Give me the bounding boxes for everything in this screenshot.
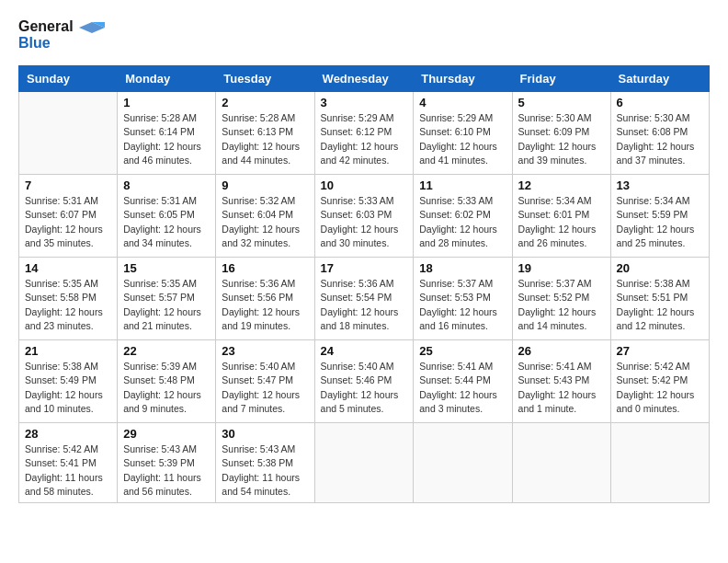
day-info: Sunrise: 5:41 AMSunset: 5:43 PMDaylight:… [518, 360, 605, 416]
day-info: Sunrise: 5:37 AMSunset: 5:52 PMDaylight:… [518, 277, 605, 333]
week-row-3: 14Sunrise: 5:35 AMSunset: 5:58 PMDayligh… [19, 258, 710, 340]
week-row-5: 28Sunrise: 5:42 AMSunset: 5:41 PMDayligh… [19, 423, 710, 503]
day-number: 22 [123, 344, 210, 358]
day-number: 24 [321, 344, 408, 358]
day-number: 15 [123, 261, 210, 275]
day-cell [19, 92, 118, 175]
day-cell: 24Sunrise: 5:40 AMSunset: 5:46 PMDayligh… [314, 340, 414, 423]
week-row-2: 7Sunrise: 5:31 AMSunset: 6:07 PMDaylight… [19, 175, 710, 258]
logo-blue: Blue [18, 35, 51, 51]
week-row-4: 21Sunrise: 5:38 AMSunset: 5:49 PMDayligh… [19, 340, 710, 423]
day-info: Sunrise: 5:36 AMSunset: 5:54 PMDaylight:… [321, 277, 408, 333]
header-thursday: Thursday [414, 66, 512, 92]
day-info: Sunrise: 5:40 AMSunset: 5:46 PMDaylight:… [321, 360, 408, 416]
day-cell: 12Sunrise: 5:34 AMSunset: 6:01 PMDayligh… [512, 175, 610, 258]
day-info: Sunrise: 5:29 AMSunset: 6:10 PMDaylight:… [419, 111, 506, 167]
day-info: Sunrise: 5:40 AMSunset: 5:47 PMDaylight:… [222, 360, 308, 416]
day-cell: 29Sunrise: 5:43 AMSunset: 5:39 PMDayligh… [118, 423, 216, 503]
day-number: 19 [518, 261, 605, 275]
day-info: Sunrise: 5:35 AMSunset: 5:58 PMDaylight:… [25, 277, 111, 333]
day-number: 13 [617, 178, 703, 192]
day-number: 6 [617, 96, 703, 109]
day-info: Sunrise: 5:38 AMSunset: 5:49 PMDaylight:… [25, 360, 111, 416]
day-info: Sunrise: 5:43 AMSunset: 5:38 PMDaylight:… [222, 442, 308, 499]
day-cell: 27Sunrise: 5:42 AMSunset: 5:42 PMDayligh… [610, 340, 709, 423]
day-info: Sunrise: 5:35 AMSunset: 5:57 PMDaylight:… [123, 277, 210, 333]
day-number: 2 [222, 96, 308, 109]
day-cell: 17Sunrise: 5:36 AMSunset: 5:54 PMDayligh… [314, 258, 414, 340]
day-number: 16 [222, 261, 308, 275]
day-cell: 13Sunrise: 5:34 AMSunset: 5:59 PMDayligh… [610, 175, 709, 258]
day-info: Sunrise: 5:42 AMSunset: 5:42 PMDaylight:… [617, 360, 703, 416]
day-cell [512, 423, 610, 503]
day-cell: 14Sunrise: 5:35 AMSunset: 5:58 PMDayligh… [19, 258, 118, 340]
day-cell: 15Sunrise: 5:35 AMSunset: 5:57 PMDayligh… [118, 258, 216, 340]
day-cell: 28Sunrise: 5:42 AMSunset: 5:41 PMDayligh… [19, 423, 118, 503]
day-cell: 8Sunrise: 5:31 AMSunset: 6:05 PMDaylight… [118, 175, 216, 258]
day-cell: 20Sunrise: 5:38 AMSunset: 5:51 PMDayligh… [610, 258, 709, 340]
day-info: Sunrise: 5:41 AMSunset: 5:44 PMDaylight:… [419, 360, 506, 416]
header-friday: Friday [512, 66, 610, 92]
header-sunday: Sunday [19, 66, 118, 92]
calendar-header-row: SundayMondayTuesdayWednesdayThursdayFrid… [19, 66, 710, 92]
header-saturday: Saturday [610, 66, 709, 92]
day-number: 29 [123, 427, 210, 441]
day-number: 26 [518, 344, 605, 358]
day-number: 4 [419, 96, 506, 109]
day-cell: 6Sunrise: 5:30 AMSunset: 6:08 PMDaylight… [610, 92, 709, 175]
logo: General Blue [18, 18, 105, 51]
day-info: Sunrise: 5:34 AMSunset: 5:59 PMDaylight:… [617, 194, 703, 250]
day-number: 7 [25, 178, 111, 192]
day-number: 20 [617, 261, 703, 275]
day-info: Sunrise: 5:31 AMSunset: 6:05 PMDaylight:… [123, 194, 210, 250]
logo-general: General [18, 18, 74, 34]
day-cell: 4Sunrise: 5:29 AMSunset: 6:10 PMDaylight… [414, 92, 512, 175]
day-info: Sunrise: 5:38 AMSunset: 5:51 PMDaylight:… [617, 277, 703, 333]
day-cell [610, 423, 709, 503]
day-number: 12 [518, 178, 605, 192]
day-cell: 2Sunrise: 5:28 AMSunset: 6:13 PMDaylight… [216, 92, 314, 175]
day-info: Sunrise: 5:43 AMSunset: 5:39 PMDaylight:… [123, 442, 210, 499]
day-info: Sunrise: 5:28 AMSunset: 6:14 PMDaylight:… [123, 111, 210, 167]
header-monday: Monday [118, 66, 216, 92]
header-tuesday: Tuesday [216, 66, 314, 92]
day-number: 18 [419, 261, 506, 275]
day-cell: 16Sunrise: 5:36 AMSunset: 5:56 PMDayligh… [216, 258, 314, 340]
day-info: Sunrise: 5:32 AMSunset: 6:04 PMDaylight:… [222, 194, 308, 250]
header: General Blue [18, 18, 710, 51]
day-info: Sunrise: 5:33 AMSunset: 6:03 PMDaylight:… [321, 194, 408, 250]
day-number: 21 [25, 344, 111, 358]
day-info: Sunrise: 5:28 AMSunset: 6:13 PMDaylight:… [222, 111, 308, 167]
day-info: Sunrise: 5:34 AMSunset: 6:01 PMDaylight:… [518, 194, 605, 250]
day-info: Sunrise: 5:30 AMSunset: 6:08 PMDaylight:… [617, 111, 703, 167]
calendar: SundayMondayTuesdayWednesdayThursdayFrid… [18, 65, 710, 503]
day-number: 23 [222, 344, 308, 358]
day-number: 28 [25, 427, 111, 441]
day-cell: 21Sunrise: 5:38 AMSunset: 5:49 PMDayligh… [19, 340, 118, 423]
day-info: Sunrise: 5:37 AMSunset: 5:53 PMDaylight:… [419, 277, 506, 333]
day-number: 5 [518, 96, 605, 109]
day-info: Sunrise: 5:33 AMSunset: 6:02 PMDaylight:… [419, 194, 506, 250]
day-cell: 11Sunrise: 5:33 AMSunset: 6:02 PMDayligh… [414, 175, 512, 258]
day-cell: 22Sunrise: 5:39 AMSunset: 5:48 PMDayligh… [118, 340, 216, 423]
header-wednesday: Wednesday [314, 66, 414, 92]
week-row-1: 1Sunrise: 5:28 AMSunset: 6:14 PMDaylight… [19, 92, 710, 175]
day-number: 14 [25, 261, 111, 275]
day-number: 25 [419, 344, 506, 358]
day-cell [314, 423, 414, 503]
day-info: Sunrise: 5:42 AMSunset: 5:41 PMDaylight:… [25, 442, 111, 499]
day-cell: 19Sunrise: 5:37 AMSunset: 5:52 PMDayligh… [512, 258, 610, 340]
day-info: Sunrise: 5:36 AMSunset: 5:56 PMDaylight:… [222, 277, 308, 333]
day-number: 9 [222, 178, 308, 192]
day-info: Sunrise: 5:31 AMSunset: 6:07 PMDaylight:… [25, 194, 111, 250]
day-cell: 30Sunrise: 5:43 AMSunset: 5:38 PMDayligh… [216, 423, 314, 503]
day-cell: 26Sunrise: 5:41 AMSunset: 5:43 PMDayligh… [512, 340, 610, 423]
day-cell: 18Sunrise: 5:37 AMSunset: 5:53 PMDayligh… [414, 258, 512, 340]
day-cell: 3Sunrise: 5:29 AMSunset: 6:12 PMDaylight… [314, 92, 414, 175]
logo-block: General Blue [18, 18, 105, 51]
day-cell: 10Sunrise: 5:33 AMSunset: 6:03 PMDayligh… [314, 175, 414, 258]
day-number: 10 [321, 178, 408, 192]
day-cell: 7Sunrise: 5:31 AMSunset: 6:07 PMDaylight… [19, 175, 118, 258]
day-number: 17 [321, 261, 408, 275]
logo-wave-icon [79, 22, 105, 33]
